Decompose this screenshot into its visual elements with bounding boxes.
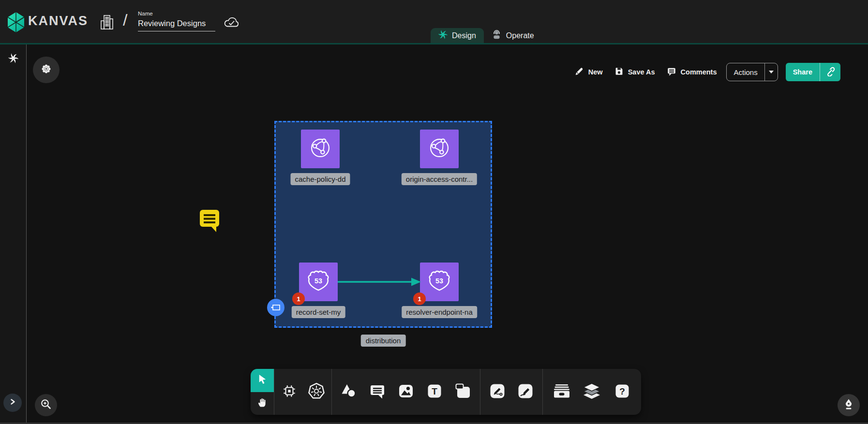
sidebar-expand-button[interactable]	[3, 394, 22, 412]
shapes-fab-button[interactable]	[33, 57, 60, 83]
link-icon	[825, 66, 836, 78]
design-name-input[interactable]	[138, 18, 215, 31]
design-spiral-icon	[438, 30, 448, 41]
utility-tools: ?	[543, 369, 641, 415]
node-label-cache-policy: cache-policy-dd	[290, 173, 350, 185]
card-icon	[454, 382, 472, 402]
pen-mode-button[interactable]	[838, 394, 860, 416]
kanvas-logo-icon	[6, 12, 26, 35]
shapes-tool[interactable]	[337, 369, 360, 415]
svg-text:53: 53	[314, 277, 322, 285]
drawing-tools	[480, 369, 542, 415]
actions-label: Actions	[727, 63, 764, 81]
actions-dropdown-button[interactable]: Actions	[726, 63, 778, 81]
pen-nib-icon	[843, 398, 854, 412]
pen-path-icon	[489, 383, 506, 401]
kubernetes-helm-icon	[308, 383, 325, 401]
card-tool[interactable]	[451, 369, 475, 415]
floppy-save-icon	[614, 67, 624, 77]
operator-headset-icon	[492, 29, 502, 42]
components-tool[interactable]	[278, 369, 301, 415]
svg-text:53: 53	[435, 277, 443, 285]
share-label: Share	[786, 63, 820, 81]
infrastructure-tools	[274, 369, 331, 415]
cloudfront-globe-icon	[308, 136, 332, 162]
organization-icon[interactable]	[100, 14, 114, 33]
app-spiral-icon[interactable]	[8, 53, 18, 65]
selection-handle[interactable]	[267, 299, 284, 316]
app-window: KANVAS / Name	[0, 0, 868, 424]
chip-circuit-icon	[282, 383, 297, 401]
svg-text:?: ?	[619, 386, 625, 396]
magnifier-plus-icon	[40, 398, 52, 412]
comment-tool[interactable]	[366, 369, 389, 415]
pen-path-tool[interactable]	[486, 369, 509, 415]
header-right-cluster: 1	[762, 0, 868, 44]
chevron-right-icon	[9, 398, 16, 407]
drawer-archive-icon	[553, 383, 571, 401]
copy-link-button[interactable]	[820, 63, 840, 81]
text-tool[interactable]: T	[423, 369, 446, 415]
name-field-label: Name	[138, 11, 215, 16]
hand-icon	[257, 397, 268, 410]
pencil-icon	[574, 67, 584, 78]
node-cache-policy[interactable]	[301, 130, 340, 168]
group-label-distribution: distribution	[361, 335, 406, 347]
comment-bubble-icon	[667, 67, 676, 78]
freehand-pencil-icon	[517, 383, 534, 401]
node-label-origin-access-control: origin-access-contr...	[402, 173, 477, 185]
comment-marker-icon[interactable]	[199, 208, 221, 234]
cloud-sync-icon	[223, 15, 240, 31]
design-canvas[interactable]: New Save As	[0, 44, 868, 424]
comment-lines-icon	[369, 383, 386, 401]
actions-caret-cell[interactable]	[765, 63, 778, 81]
node-resolver-endpoint[interactable]: 53	[420, 263, 459, 301]
layers-tool[interactable]	[580, 369, 603, 415]
record-set-error-badge[interactable]: 1	[292, 292, 305, 305]
text-tool-icon: T	[427, 383, 442, 401]
zoom-in-button[interactable]	[35, 394, 57, 416]
tab-design[interactable]: Design	[431, 28, 484, 43]
flower-icon	[40, 63, 52, 77]
tab-operate-label: Operate	[506, 31, 534, 40]
node-record-set[interactable]: 53	[299, 263, 338, 301]
left-sidebar	[0, 44, 27, 424]
app-header: KANVAS / Name	[0, 0, 868, 44]
svg-text:T: T	[432, 386, 437, 396]
selection-group-distribution[interactable]: 53 53 1 1 cache-po	[274, 121, 492, 328]
tab-design-label: Design	[452, 31, 476, 40]
tool-dock: T	[251, 369, 641, 415]
help-tool[interactable]: ?	[611, 369, 634, 415]
breadcrumb-slash: /	[123, 11, 127, 29]
mode-tabs: Design Operate	[431, 28, 542, 43]
help-icon: ?	[614, 383, 630, 401]
node-origin-access-control[interactable]	[420, 130, 459, 168]
freehand-pencil-tool[interactable]	[514, 369, 537, 415]
new-label: New	[588, 68, 603, 76]
archive-tool[interactable]	[550, 369, 573, 415]
comments-button[interactable]: Comments	[667, 67, 717, 78]
whiteboard-tools: T	[332, 369, 480, 415]
save-as-button[interactable]: Save As	[614, 67, 655, 77]
cloudfront-globe-icon	[427, 136, 451, 162]
kubernetes-tool[interactable]	[305, 369, 328, 415]
select-tool[interactable]	[251, 369, 274, 392]
route53-shield-icon: 53	[307, 269, 330, 294]
tab-operate[interactable]: Operate	[484, 28, 542, 43]
node-label-record-set: record-set-my	[292, 306, 345, 318]
node-label-resolver-endpoint: resolver-endpoint-na	[402, 306, 477, 318]
design-name-field: Name	[138, 11, 215, 31]
resolver-endpoint-error-badge[interactable]: 1	[413, 292, 426, 305]
logo-wordmark: KANVAS	[28, 14, 88, 29]
shapes-icon	[341, 383, 357, 401]
pointer-tool-column	[251, 369, 274, 415]
pan-tool[interactable]	[251, 392, 274, 415]
route53-shield-icon: 53	[428, 269, 451, 294]
image-icon	[398, 383, 414, 401]
comments-label: Comments	[681, 68, 717, 76]
image-tool[interactable]	[394, 369, 418, 415]
share-button[interactable]: Share	[786, 63, 840, 81]
edge-record-set-to-resolver[interactable]	[338, 277, 421, 289]
cursor-arrow-icon	[257, 374, 268, 387]
new-button[interactable]: New	[574, 67, 603, 78]
